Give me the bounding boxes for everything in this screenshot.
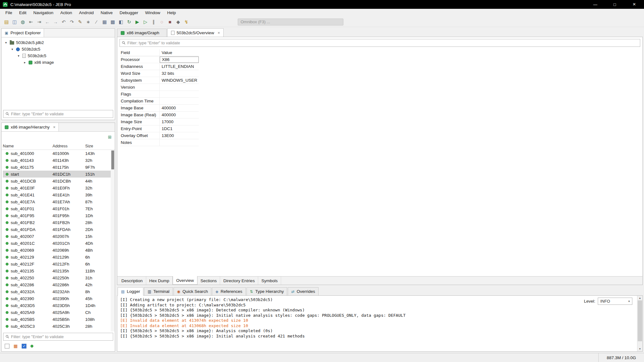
hierarchy-row[interactable]: sub_4023D5 4023D5h 1D4h xyxy=(3,302,115,309)
close-button[interactable]: × xyxy=(625,0,644,9)
step-icon[interactable]: ▷ xyxy=(142,18,149,26)
hierarchy-row[interactable]: sub_402069 402069h 4Bh xyxy=(3,247,115,254)
property-row[interactable]: Notes xyxy=(120,139,199,146)
logger-panel-tab[interactable]: ⇄ Overrides xyxy=(288,287,319,295)
maximize-button[interactable]: □ xyxy=(605,0,625,9)
network-icon[interactable]: ◍ xyxy=(19,18,27,26)
property-row[interactable]: Overlay Offset 13E00 xyxy=(120,132,199,139)
log-level-select[interactable]: INFO ▾ xyxy=(598,298,632,305)
edit-icon[interactable]: ✎ xyxy=(76,18,84,26)
property-row[interactable]: Word Size 32 bits xyxy=(120,70,199,77)
expander-icon[interactable]: ▾ xyxy=(17,54,20,58)
hierarchy-row[interactable]: sub_401E41 401E41h 39h xyxy=(3,191,115,198)
menu-item[interactable]: Help xyxy=(164,9,179,17)
menu-item[interactable]: Window xyxy=(142,9,164,17)
document-tab[interactable]: 503b2dc5/Overview × xyxy=(167,28,224,37)
hierarchy-row[interactable]: sub_401DCB 401DCBh 44h xyxy=(3,178,115,184)
stop-icon[interactable]: ■ xyxy=(166,18,174,26)
hierarchy-row[interactable]: sub_40201C 40201Ch 4Dh xyxy=(3,240,115,247)
overview-filter-input[interactable] xyxy=(127,41,638,45)
omnibox-input[interactable] xyxy=(241,19,341,24)
hierarchy-row[interactable]: sub_401175 401175h 9F7h xyxy=(3,164,115,171)
section-tab[interactable]: Overview xyxy=(173,276,197,285)
column-header-size[interactable]: Size xyxy=(85,144,105,148)
undo-icon[interactable]: ↶ xyxy=(60,18,68,26)
back-icon[interactable]: ← xyxy=(43,18,51,26)
logger-panel-tab[interactable]: ⇅ Type Hierarchy xyxy=(247,287,287,295)
fields-filter-icon[interactable]: ▦ xyxy=(14,344,18,348)
scrollbar-thumb[interactable] xyxy=(111,151,114,169)
menu-item[interactable]: Navigation xyxy=(30,9,57,17)
logger-scrollbar[interactable]: ▲ ▼ xyxy=(637,296,642,351)
tree-item-binary[interactable]: ▾ 503b2dc5 xyxy=(2,52,115,59)
column-header-address[interactable]: Address xyxy=(53,144,85,148)
menu-item[interactable]: File xyxy=(2,9,16,17)
save-icon[interactable]: ◫ xyxy=(11,18,19,26)
comment-icon[interactable]: ∗ xyxy=(84,18,92,26)
methods-filter-checkbox[interactable]: ✓ xyxy=(22,344,26,348)
hierarchy-row[interactable]: sub_402135 402135h 11Bh xyxy=(3,267,115,274)
tree-item-x86-image[interactable]: ▸ x86 image xyxy=(2,59,115,66)
menu-item[interactable]: Edit xyxy=(16,9,30,17)
expander-icon[interactable]: ▸ xyxy=(23,61,27,64)
redo-icon[interactable]: ↷ xyxy=(68,18,76,26)
property-row[interactable]: Version xyxy=(120,84,199,91)
logger-panel-tab[interactable]: ▥ Terminal xyxy=(144,287,173,295)
flat-tree-toggle-icon[interactable]: ⊞ xyxy=(108,134,112,140)
menu-item[interactable]: Native xyxy=(97,9,116,17)
import-icon[interactable]: ⇤ xyxy=(27,18,35,26)
menu-item[interactable]: Debugger xyxy=(116,9,142,17)
hierarchy-row[interactable]: sub_40232A 40232Ah 8h xyxy=(3,288,115,295)
hierarchy-row[interactable]: sub_4025B5 4025B5h 108h xyxy=(3,316,115,323)
tab-x86-hierarchy[interactable]: x86 image/Hierarchy × xyxy=(2,123,59,131)
hierarchy-row[interactable]: sub_40212F 40212Fh 6h xyxy=(3,261,115,267)
classes-filter-checkbox[interactable] xyxy=(5,344,9,348)
hierarchy-row[interactable]: sub_4025C3 4025C3h 28h xyxy=(3,323,115,330)
property-row[interactable]: Subsystem WINDOWS_USER xyxy=(120,77,199,84)
property-row[interactable]: Compilation Time xyxy=(120,98,199,105)
hierarchy-row[interactable]: start 401DC1h 151h xyxy=(3,171,115,178)
project-filter-input[interactable] xyxy=(11,112,111,116)
section-tab[interactable]: Symbols xyxy=(258,277,281,285)
menu-item[interactable]: Android xyxy=(75,9,97,17)
export-icon[interactable]: ⇥ xyxy=(35,18,43,26)
logger-panel-tab[interactable]: ◉ Quick Search xyxy=(174,287,212,295)
property-row[interactable]: Image Size 17000 xyxy=(120,118,199,125)
hierarchy-row[interactable]: sub_401F95 401F95h 1Dh xyxy=(3,212,115,219)
hierarchy-row[interactable]: sub_401E0F 401E0Fh 32h xyxy=(3,184,115,191)
expander-icon[interactable]: ▾ xyxy=(4,41,8,44)
hierarchy-row[interactable]: sub_402390 402390h 45h xyxy=(3,295,115,302)
table-icon[interactable]: ▦ xyxy=(101,18,108,26)
hierarchy-row[interactable]: sub_402007 402007h 15h xyxy=(3,233,115,240)
logger-panel-tab[interactable]: ▤ Logger xyxy=(118,287,143,296)
split-view-icon[interactable]: ◧ xyxy=(117,18,125,26)
section-tab[interactable]: Directory Entries xyxy=(220,277,258,285)
logger-panel-tab[interactable]: ◈ References xyxy=(212,287,246,295)
hierarchy-row[interactable]: sub_402250 402250h 31h xyxy=(3,274,115,281)
open-icon[interactable]: ▤ xyxy=(3,18,10,26)
section-tab[interactable]: Description xyxy=(118,277,146,285)
document-tab[interactable]: x86 image/Graph xyxy=(117,29,167,37)
close-tab-icon[interactable]: × xyxy=(218,30,220,35)
tab-project-explorer[interactable]: ▣ Project Explorer xyxy=(2,29,44,37)
menu-item[interactable]: Action xyxy=(57,9,76,17)
minimize-button[interactable]: — xyxy=(586,0,605,9)
hierarchy-row[interactable]: sub_401143 401143h 32h xyxy=(3,157,115,164)
property-row[interactable]: Image Base 400000 xyxy=(120,105,199,112)
hierarchy-row[interactable]: sub_4025A9 4025A9h Ch xyxy=(3,309,115,316)
hierarchy-row[interactable]: sub_401FDA 401FDAh 2Dh xyxy=(3,226,115,233)
hierarchy-filter-input[interactable] xyxy=(11,334,111,339)
scroll-down-icon[interactable]: ▼ xyxy=(637,347,642,351)
section-tab[interactable]: Hex Dump xyxy=(146,277,173,285)
pause-icon[interactable]: ∥ xyxy=(150,18,158,26)
slash-icon[interactable]: ⁄ xyxy=(92,18,100,26)
forward-icon[interactable]: → xyxy=(52,18,59,26)
graph-view-icon[interactable]: ▩ xyxy=(109,18,117,26)
property-row[interactable]: Entry-Point 1DC1 xyxy=(120,125,199,132)
hierarchy-row[interactable]: sub_401000 401000h 143h xyxy=(3,150,115,157)
wand-icon[interactable]: ↯ xyxy=(182,18,190,26)
refresh-icon[interactable]: ↻ xyxy=(125,18,133,26)
tree-item-project-file[interactable]: ▾ 503b2dc5.jdb2 xyxy=(2,39,115,46)
close-tab-icon[interactable]: × xyxy=(53,125,56,129)
scrollbar-thumb[interactable] xyxy=(638,300,642,341)
